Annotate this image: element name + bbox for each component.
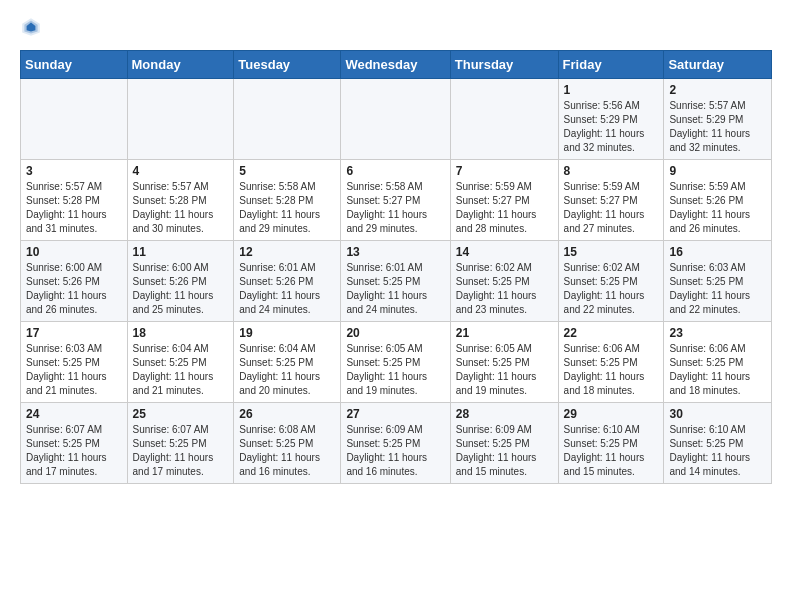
day-cell: 28Sunrise: 6:09 AM Sunset: 5:25 PM Dayli… xyxy=(450,403,558,484)
weekday-header-sunday: Sunday xyxy=(21,51,128,79)
day-number: 10 xyxy=(26,245,122,259)
day-cell: 27Sunrise: 6:09 AM Sunset: 5:25 PM Dayli… xyxy=(341,403,450,484)
week-row-3: 10Sunrise: 6:00 AM Sunset: 5:26 PM Dayli… xyxy=(21,241,772,322)
weekday-header-tuesday: Tuesday xyxy=(234,51,341,79)
weekday-header-wednesday: Wednesday xyxy=(341,51,450,79)
day-number: 29 xyxy=(564,407,659,421)
page: SundayMondayTuesdayWednesdayThursdayFrid… xyxy=(0,0,792,500)
day-cell: 14Sunrise: 6:02 AM Sunset: 5:25 PM Dayli… xyxy=(450,241,558,322)
day-info: Sunrise: 6:04 AM Sunset: 5:25 PM Dayligh… xyxy=(133,342,229,398)
day-number: 30 xyxy=(669,407,766,421)
day-number: 3 xyxy=(26,164,122,178)
day-number: 6 xyxy=(346,164,444,178)
day-cell: 13Sunrise: 6:01 AM Sunset: 5:25 PM Dayli… xyxy=(341,241,450,322)
day-info: Sunrise: 6:08 AM Sunset: 5:25 PM Dayligh… xyxy=(239,423,335,479)
day-cell xyxy=(127,79,234,160)
day-cell: 5Sunrise: 5:58 AM Sunset: 5:28 PM Daylig… xyxy=(234,160,341,241)
day-info: Sunrise: 6:03 AM Sunset: 5:25 PM Dayligh… xyxy=(669,261,766,317)
day-cell: 25Sunrise: 6:07 AM Sunset: 5:25 PM Dayli… xyxy=(127,403,234,484)
day-cell: 3Sunrise: 5:57 AM Sunset: 5:28 PM Daylig… xyxy=(21,160,128,241)
day-number: 22 xyxy=(564,326,659,340)
day-number: 24 xyxy=(26,407,122,421)
day-number: 20 xyxy=(346,326,444,340)
day-number: 16 xyxy=(669,245,766,259)
day-cell: 7Sunrise: 5:59 AM Sunset: 5:27 PM Daylig… xyxy=(450,160,558,241)
day-number: 1 xyxy=(564,83,659,97)
day-info: Sunrise: 6:01 AM Sunset: 5:26 PM Dayligh… xyxy=(239,261,335,317)
day-number: 7 xyxy=(456,164,553,178)
day-number: 2 xyxy=(669,83,766,97)
day-cell: 4Sunrise: 5:57 AM Sunset: 5:28 PM Daylig… xyxy=(127,160,234,241)
day-cell: 12Sunrise: 6:01 AM Sunset: 5:26 PM Dayli… xyxy=(234,241,341,322)
weekday-header-row: SundayMondayTuesdayWednesdayThursdayFrid… xyxy=(21,51,772,79)
day-cell: 17Sunrise: 6:03 AM Sunset: 5:25 PM Dayli… xyxy=(21,322,128,403)
day-number: 14 xyxy=(456,245,553,259)
day-number: 21 xyxy=(456,326,553,340)
day-cell: 21Sunrise: 6:05 AM Sunset: 5:25 PM Dayli… xyxy=(450,322,558,403)
day-info: Sunrise: 6:09 AM Sunset: 5:25 PM Dayligh… xyxy=(456,423,553,479)
day-number: 25 xyxy=(133,407,229,421)
day-number: 9 xyxy=(669,164,766,178)
day-cell: 23Sunrise: 6:06 AM Sunset: 5:25 PM Dayli… xyxy=(664,322,772,403)
day-info: Sunrise: 5:57 AM Sunset: 5:28 PM Dayligh… xyxy=(26,180,122,236)
weekday-header-monday: Monday xyxy=(127,51,234,79)
day-cell: 8Sunrise: 5:59 AM Sunset: 5:27 PM Daylig… xyxy=(558,160,664,241)
day-number: 8 xyxy=(564,164,659,178)
day-info: Sunrise: 5:59 AM Sunset: 5:27 PM Dayligh… xyxy=(564,180,659,236)
day-info: Sunrise: 6:02 AM Sunset: 5:25 PM Dayligh… xyxy=(564,261,659,317)
logo xyxy=(20,16,50,38)
day-cell: 26Sunrise: 6:08 AM Sunset: 5:25 PM Dayli… xyxy=(234,403,341,484)
day-info: Sunrise: 6:05 AM Sunset: 5:25 PM Dayligh… xyxy=(456,342,553,398)
day-number: 15 xyxy=(564,245,659,259)
day-number: 17 xyxy=(26,326,122,340)
day-info: Sunrise: 6:04 AM Sunset: 5:25 PM Dayligh… xyxy=(239,342,335,398)
day-cell: 1Sunrise: 5:56 AM Sunset: 5:29 PM Daylig… xyxy=(558,79,664,160)
day-number: 19 xyxy=(239,326,335,340)
weekday-header-saturday: Saturday xyxy=(664,51,772,79)
day-cell xyxy=(21,79,128,160)
day-cell: 6Sunrise: 5:58 AM Sunset: 5:27 PM Daylig… xyxy=(341,160,450,241)
day-info: Sunrise: 6:01 AM Sunset: 5:25 PM Dayligh… xyxy=(346,261,444,317)
day-info: Sunrise: 5:56 AM Sunset: 5:29 PM Dayligh… xyxy=(564,99,659,155)
day-number: 5 xyxy=(239,164,335,178)
week-row-5: 24Sunrise: 6:07 AM Sunset: 5:25 PM Dayli… xyxy=(21,403,772,484)
day-number: 23 xyxy=(669,326,766,340)
day-info: Sunrise: 6:10 AM Sunset: 5:25 PM Dayligh… xyxy=(669,423,766,479)
day-cell xyxy=(234,79,341,160)
day-info: Sunrise: 6:06 AM Sunset: 5:25 PM Dayligh… xyxy=(669,342,766,398)
day-info: Sunrise: 5:58 AM Sunset: 5:27 PM Dayligh… xyxy=(346,180,444,236)
weekday-header-thursday: Thursday xyxy=(450,51,558,79)
day-info: Sunrise: 5:59 AM Sunset: 5:26 PM Dayligh… xyxy=(669,180,766,236)
day-cell: 19Sunrise: 6:04 AM Sunset: 5:25 PM Dayli… xyxy=(234,322,341,403)
day-cell: 9Sunrise: 5:59 AM Sunset: 5:26 PM Daylig… xyxy=(664,160,772,241)
day-cell: 24Sunrise: 6:07 AM Sunset: 5:25 PM Dayli… xyxy=(21,403,128,484)
day-info: Sunrise: 6:00 AM Sunset: 5:26 PM Dayligh… xyxy=(133,261,229,317)
day-cell: 20Sunrise: 6:05 AM Sunset: 5:25 PM Dayli… xyxy=(341,322,450,403)
day-info: Sunrise: 6:06 AM Sunset: 5:25 PM Dayligh… xyxy=(564,342,659,398)
day-cell: 11Sunrise: 6:00 AM Sunset: 5:26 PM Dayli… xyxy=(127,241,234,322)
header xyxy=(20,16,772,38)
week-row-1: 1Sunrise: 5:56 AM Sunset: 5:29 PM Daylig… xyxy=(21,79,772,160)
day-number: 4 xyxy=(133,164,229,178)
day-cell: 16Sunrise: 6:03 AM Sunset: 5:25 PM Dayli… xyxy=(664,241,772,322)
day-number: 12 xyxy=(239,245,335,259)
day-cell xyxy=(341,79,450,160)
day-info: Sunrise: 5:57 AM Sunset: 5:28 PM Dayligh… xyxy=(133,180,229,236)
day-number: 26 xyxy=(239,407,335,421)
day-cell xyxy=(450,79,558,160)
day-cell: 18Sunrise: 6:04 AM Sunset: 5:25 PM Dayli… xyxy=(127,322,234,403)
weekday-header-friday: Friday xyxy=(558,51,664,79)
day-info: Sunrise: 5:58 AM Sunset: 5:28 PM Dayligh… xyxy=(239,180,335,236)
calendar-table: SundayMondayTuesdayWednesdayThursdayFrid… xyxy=(20,50,772,484)
day-cell: 22Sunrise: 6:06 AM Sunset: 5:25 PM Dayli… xyxy=(558,322,664,403)
day-number: 13 xyxy=(346,245,444,259)
day-cell: 2Sunrise: 5:57 AM Sunset: 5:29 PM Daylig… xyxy=(664,79,772,160)
week-row-4: 17Sunrise: 6:03 AM Sunset: 5:25 PM Dayli… xyxy=(21,322,772,403)
day-info: Sunrise: 6:07 AM Sunset: 5:25 PM Dayligh… xyxy=(26,423,122,479)
generalblue-icon xyxy=(20,16,42,38)
day-number: 27 xyxy=(346,407,444,421)
week-row-2: 3Sunrise: 5:57 AM Sunset: 5:28 PM Daylig… xyxy=(21,160,772,241)
day-number: 28 xyxy=(456,407,553,421)
day-info: Sunrise: 6:07 AM Sunset: 5:25 PM Dayligh… xyxy=(133,423,229,479)
day-info: Sunrise: 6:10 AM Sunset: 5:25 PM Dayligh… xyxy=(564,423,659,479)
